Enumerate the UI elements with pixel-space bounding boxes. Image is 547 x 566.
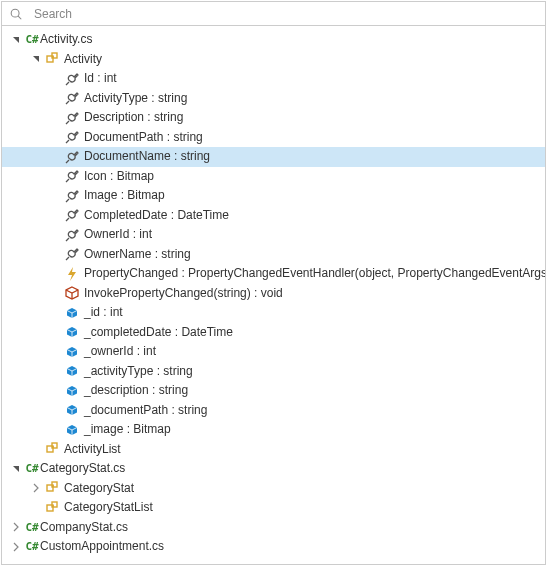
chevron-spacer [50, 190, 62, 202]
tree-row-file[interactable]: C#CustomAppointment.cs [2, 537, 545, 557]
tree-row-prop[interactable]: OwnerId : int [2, 225, 545, 245]
tree-row-prop[interactable]: Id : int [2, 69, 545, 89]
tree-item-label: Description : string [84, 108, 183, 128]
tree-item-label: DocumentPath : string [84, 128, 203, 148]
chevron-spacer [50, 268, 62, 280]
tree-row-prop[interactable]: Icon : Bitmap [2, 167, 545, 187]
tree-row-prop[interactable]: DocumentPath : string [2, 128, 545, 148]
code-outline-tree[interactable]: C#Activity.csActivityId : intActivityTyp… [2, 26, 545, 564]
property-icon [64, 129, 80, 145]
tree-row-prop[interactable]: CompletedDate : DateTime [2, 206, 545, 226]
tree-row-prop[interactable]: Image : Bitmap [2, 186, 545, 206]
tree-item-label: Id : int [84, 69, 117, 89]
tree-row-prop[interactable]: OwnerName : string [2, 245, 545, 265]
chevron-spacer [50, 326, 62, 338]
chevron-spacer [50, 248, 62, 260]
tree-item-label: _image : Bitmap [84, 420, 171, 440]
tree-row-file[interactable]: C#Activity.cs [2, 30, 545, 50]
tree-item-label: Activity [64, 50, 102, 70]
tree-row-field[interactable]: _activityType : string [2, 362, 545, 382]
tree-item-label: PropertyChanged : PropertyChangedEventHa… [84, 264, 545, 284]
chevron-spacer [50, 287, 62, 299]
search-icon [8, 6, 24, 22]
csharp-file-icon: C# [24, 521, 40, 534]
tree-item-label: Image : Bitmap [84, 186, 165, 206]
tree-row-class[interactable]: CategoryStatList [2, 498, 545, 518]
chevron-spacer [50, 112, 62, 124]
tree-row-class[interactable]: Activity [2, 50, 545, 70]
chevron-down-icon[interactable] [10, 34, 22, 46]
chevron-spacer [50, 151, 62, 163]
csharp-file-icon: C# [24, 462, 40, 475]
event-icon [64, 266, 80, 282]
tree-row-class[interactable]: ActivityList [2, 440, 545, 460]
field-icon [64, 363, 80, 379]
tree-row-field[interactable]: _description : string [2, 381, 545, 401]
tree-row-prop[interactable]: ActivityType : string [2, 89, 545, 109]
tree-row-field[interactable]: _id : int [2, 303, 545, 323]
chevron-spacer [50, 424, 62, 436]
tree-item-label: ActivityList [64, 440, 121, 460]
property-icon [64, 207, 80, 223]
tree-item-label: CategoryStat.cs [40, 459, 125, 479]
field-icon [64, 344, 80, 360]
class-icon [44, 51, 60, 67]
chevron-right-icon[interactable] [10, 541, 22, 553]
tree-item-label: CategoryStat [64, 479, 134, 499]
tree-row-prop[interactable]: DocumentName : string [2, 147, 545, 167]
tree-item-label: _description : string [84, 381, 188, 401]
class-icon [44, 500, 60, 516]
property-icon [64, 188, 80, 204]
chevron-down-icon[interactable] [10, 463, 22, 475]
tree-item-label: OwnerId : int [84, 225, 152, 245]
property-icon [64, 149, 80, 165]
field-icon [64, 402, 80, 418]
property-icon [64, 71, 80, 87]
tree-item-label: _activityType : string [84, 362, 193, 382]
tree-row-class[interactable]: CategoryStat [2, 479, 545, 499]
tree-item-label: CompanyStat.cs [40, 518, 128, 538]
tree-item-label: CategoryStatList [64, 498, 153, 518]
tree-item-label: CustomAppointment.cs [40, 537, 164, 557]
property-icon [64, 168, 80, 184]
chevron-down-icon[interactable] [30, 53, 42, 65]
property-icon [64, 90, 80, 106]
field-icon [64, 383, 80, 399]
chevron-right-icon[interactable] [10, 521, 22, 533]
tree-item-label: Activity.cs [40, 30, 92, 50]
class-icon [44, 480, 60, 496]
svg-line-1 [18, 16, 21, 19]
chevron-spacer [50, 404, 62, 416]
property-icon [64, 227, 80, 243]
tree-item-label: _ownerId : int [84, 342, 156, 362]
field-icon [64, 422, 80, 438]
tree-row-prop[interactable]: Description : string [2, 108, 545, 128]
tree-item-label: CompletedDate : DateTime [84, 206, 229, 226]
class-icon [44, 441, 60, 457]
svg-point-0 [11, 9, 19, 17]
tree-row-field[interactable]: _completedDate : DateTime [2, 323, 545, 343]
tree-item-label: InvokePropertyChanged(string) : void [84, 284, 283, 304]
tree-row-file[interactable]: C#CompanyStat.cs [2, 518, 545, 538]
chevron-spacer [50, 346, 62, 358]
chevron-right-icon[interactable] [30, 482, 42, 494]
tree-row-event[interactable]: PropertyChanged : PropertyChangedEventHa… [2, 264, 545, 284]
chevron-spacer [50, 73, 62, 85]
tree-row-method[interactable]: InvokePropertyChanged(string) : void [2, 284, 545, 304]
tree-row-field[interactable]: _ownerId : int [2, 342, 545, 362]
chevron-spacer [50, 92, 62, 104]
tree-item-label: _id : int [84, 303, 123, 323]
search-bar[interactable] [2, 2, 545, 26]
property-icon [64, 110, 80, 126]
tree-item-label: Icon : Bitmap [84, 167, 154, 187]
chevron-spacer [50, 170, 62, 182]
tree-row-field[interactable]: _image : Bitmap [2, 420, 545, 440]
chevron-spacer [50, 229, 62, 241]
csharp-file-icon: C# [24, 33, 40, 46]
search-input[interactable] [28, 7, 539, 21]
tree-item-label: DocumentName : string [84, 147, 210, 167]
tree-row-field[interactable]: _documentPath : string [2, 401, 545, 421]
tree-row-file[interactable]: C#CategoryStat.cs [2, 459, 545, 479]
tree-item-label: _documentPath : string [84, 401, 207, 421]
method-icon [64, 285, 80, 301]
